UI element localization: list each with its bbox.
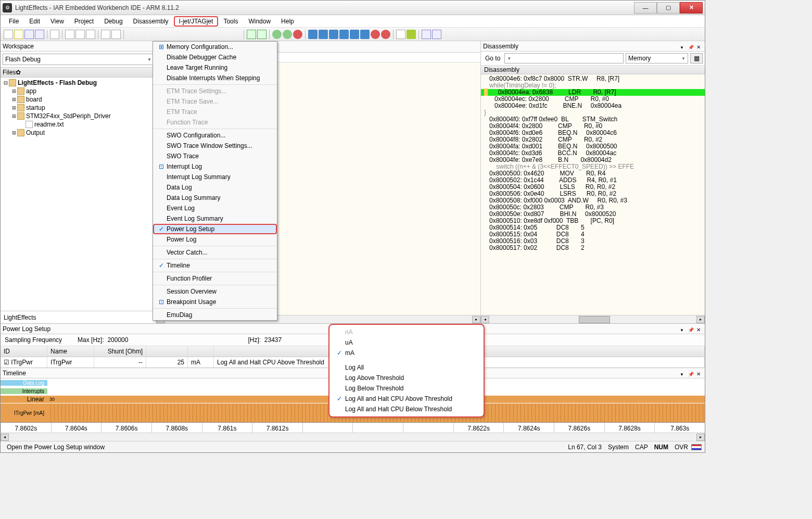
tb-run2-icon[interactable]	[283, 30, 292, 39]
menu-item[interactable]: Function Profiler	[153, 273, 277, 284]
pin-icon[interactable]	[688, 43, 694, 49]
context-menu-item[interactable]: Log Above Threshold	[329, 373, 484, 383]
menu-item: Function Trace	[153, 117, 277, 128]
tb-paste-icon[interactable]	[86, 30, 95, 39]
context-menu-item[interactable]: Log Below Threshold	[329, 383, 484, 394]
panel-close-icon[interactable]	[696, 326, 703, 332]
tb-break-icon[interactable]	[371, 30, 380, 39]
menu-debug[interactable]: Debug	[99, 16, 128, 27]
context-menu-item[interactable]: ✓Log All and Halt CPU Above Threshold	[329, 394, 484, 404]
checkbox-icon[interactable]: ☑	[4, 359, 9, 366]
menu-item[interactable]: ⊡Interrupt Log	[153, 161, 277, 172]
menu-item[interactable]: ⊞Memory Configuration...	[153, 42, 277, 52]
tree-item[interactable]: ⊟LightEffects - Flash Debug	[1, 79, 156, 87]
menu-item[interactable]: Vector Catch...	[153, 247, 277, 258]
menu-project[interactable]: Project	[69, 16, 99, 27]
tb-go2-icon[interactable]	[257, 30, 267, 39]
tb-saveall-icon[interactable]	[35, 30, 44, 39]
timeline-hscroll[interactable]: ◂▸	[1, 433, 705, 441]
menu-item[interactable]: Power Log	[153, 234, 277, 245]
tb-step-icon[interactable]	[308, 30, 318, 39]
tb-reset-icon[interactable]	[381, 30, 390, 39]
tb-save-icon[interactable]	[24, 30, 34, 39]
panel-close-icon[interactable]	[696, 43, 703, 49]
tb-new-icon[interactable]	[4, 30, 13, 39]
panel-close-icon[interactable]	[696, 370, 703, 376]
pin-icon[interactable]	[688, 326, 694, 332]
tree-item[interactable]: ⊞Output	[1, 129, 156, 137]
tb-sub-icon[interactable]	[407, 30, 416, 39]
menu-help[interactable]: Help	[276, 16, 299, 27]
chevron-down-icon[interactable]	[680, 326, 686, 332]
toggle-icon[interactable]: ▦	[690, 53, 703, 64]
menu-item[interactable]: SWO Configuration...	[153, 130, 277, 141]
minimize-button[interactable]: —	[634, 2, 657, 14]
fold-icon	[17, 87, 24, 95]
menu-window[interactable]: Window	[243, 16, 276, 27]
menu-disassembly[interactable]: Disassembly	[128, 16, 174, 27]
menu-item[interactable]: ✓Power Log Setup	[153, 224, 277, 234]
tree-item[interactable]: ⊞STM32F4xx_StdPeriph_Driver	[1, 112, 156, 120]
menu-item[interactable]: Leave Target Running	[153, 62, 277, 73]
tb-win1-icon[interactable]	[422, 30, 431, 39]
tb-undo-icon[interactable]	[101, 30, 110, 39]
chevron-down-icon[interactable]	[680, 370, 686, 376]
tb-copy-icon[interactable]	[75, 30, 85, 39]
menu-item[interactable]: SWO Trace	[153, 151, 277, 161]
menu-item[interactable]: Disable Debugger Cache	[153, 52, 277, 62]
context-menu-item[interactable]: uA	[329, 337, 484, 348]
gear-icon[interactable]: ✿	[16, 69, 21, 76]
flag-icon[interactable]	[691, 444, 702, 450]
tree-item[interactable]: ⊞startup	[1, 104, 156, 112]
menu-item[interactable]: Data Log	[153, 182, 277, 193]
menu-item[interactable]: ✓Timeline	[153, 260, 277, 271]
disassembly-view[interactable]: 0x80004e6: 0xf8c7 0x8000 STR.W R8, [R7] …	[481, 74, 705, 315]
tb-print-icon[interactable]	[50, 30, 59, 39]
tb-go-icon[interactable]	[247, 30, 256, 39]
menu-edit[interactable]: Edit	[24, 16, 45, 27]
tb-stepnext-icon[interactable]	[339, 30, 349, 39]
menu-item[interactable]: Event Log Summary	[153, 213, 277, 224]
tb-etm-icon[interactable]	[396, 30, 405, 39]
tree-item[interactable]: readme.txt	[1, 120, 156, 129]
tb-cursor-icon[interactable]	[350, 30, 359, 39]
file-icon	[26, 121, 33, 128]
tb-redo-icon[interactable]	[111, 30, 121, 39]
tree-item[interactable]: ⊞app	[1, 87, 156, 95]
pin-icon[interactable]	[688, 370, 694, 376]
maximize-button[interactable]: ▢	[657, 2, 680, 14]
menu-item[interactable]: ⊡Breakpoint Usage	[153, 297, 277, 307]
tb-stepover-icon[interactable]	[319, 30, 328, 39]
menu-tools[interactable]: Tools	[218, 16, 243, 27]
unit-context-menu[interactable]: nAuA✓mALog AllLog Above ThresholdLog Bel…	[328, 324, 485, 417]
close-button[interactable]: ✕	[680, 2, 703, 14]
menu-item[interactable]: SWO Trace Window Settings...	[153, 141, 277, 151]
tb-stepout-icon[interactable]	[329, 30, 338, 39]
menu-ijetjtagjet[interactable]: I-jet/JTAGjet	[174, 16, 219, 27]
context-menu-item[interactable]: Log All	[329, 362, 484, 373]
config-combo[interactable]: Flash Debug	[3, 54, 154, 65]
tb-cut-icon[interactable]	[65, 30, 74, 39]
menu-file[interactable]: File	[4, 16, 24, 27]
context-menu-item[interactable]: ✓mA	[329, 348, 484, 358]
tb-open-icon[interactable]	[14, 30, 23, 39]
goto-combo[interactable]	[504, 53, 624, 64]
menu-item[interactable]: Event Log	[153, 203, 277, 213]
tb-win2-icon[interactable]	[432, 30, 441, 39]
chevron-down-icon[interactable]	[680, 43, 686, 49]
menu-item[interactable]: Interrupt Log Summary	[153, 172, 277, 182]
tb-stop-icon[interactable]	[293, 30, 302, 39]
menu-view[interactable]: View	[45, 16, 69, 27]
workspace-tree[interactable]: ⊟LightEffects - Flash Debug⊞app⊞board⊞st…	[1, 78, 156, 311]
memory-combo[interactable]: Memory	[626, 53, 688, 64]
menu-item[interactable]: Data Log Summary	[153, 193, 277, 203]
menu-item[interactable]: Session Overview	[153, 286, 277, 297]
menu-item[interactable]: EmuDiag	[153, 310, 277, 320]
disasm-hscroll[interactable]: ◂▸	[481, 315, 705, 323]
tree-item[interactable]: ⊞board	[1, 95, 156, 104]
ijet-menu[interactable]: ⊞Memory Configuration...Disable Debugger…	[153, 41, 277, 321]
menu-item[interactable]: Disable Interrupts When Stepping	[153, 73, 277, 83]
context-menu-item[interactable]: Log All and Halt CPU Below Threshold	[329, 404, 484, 414]
tb-run-icon[interactable]	[272, 30, 282, 39]
tb-step5-icon[interactable]	[360, 30, 370, 39]
